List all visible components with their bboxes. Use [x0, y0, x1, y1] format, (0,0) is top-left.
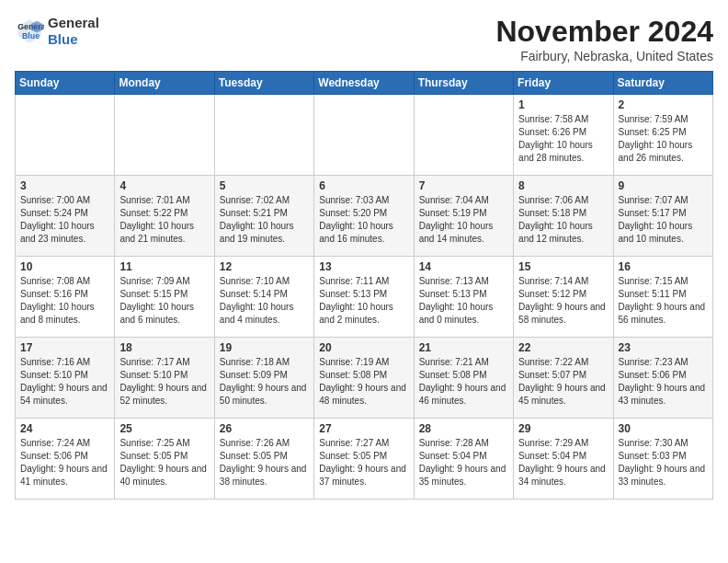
day-info: Sunrise: 7:04 AM Sunset: 5:19 PM Dayligh…: [419, 194, 508, 246]
day-info: Sunrise: 7:01 AM Sunset: 5:22 PM Dayligh…: [119, 194, 209, 246]
day-info: Sunrise: 7:58 AM Sunset: 6:26 PM Dayligh…: [518, 113, 608, 165]
calendar-cell: [314, 95, 414, 176]
day-number: 2: [619, 98, 708, 111]
title-area: November 2024 Fairbury, Nebraska, United…: [495, 15, 713, 63]
svg-text:Blue: Blue: [22, 31, 40, 40]
day-info: Sunrise: 7:24 AM Sunset: 5:06 PM Dayligh…: [20, 437, 109, 488]
day-info: Sunrise: 7:30 AM Sunset: 5:03 PM Dayligh…: [619, 437, 708, 488]
calendar-cell: 21Sunrise: 7:21 AM Sunset: 5:08 PM Dayli…: [414, 338, 513, 419]
day-number: 6: [319, 179, 408, 192]
day-number: 29: [518, 422, 608, 435]
calendar-cell: 15Sunrise: 7:14 AM Sunset: 5:12 PM Dayli…: [514, 257, 613, 338]
calendar-cell: 23Sunrise: 7:23 AM Sunset: 5:06 PM Dayli…: [613, 338, 712, 419]
day-info: Sunrise: 7:03 AM Sunset: 5:20 PM Dayligh…: [319, 194, 408, 246]
day-info: Sunrise: 7:25 AM Sunset: 5:05 PM Dayligh…: [119, 437, 209, 488]
day-info: Sunrise: 7:27 AM Sunset: 5:05 PM Dayligh…: [319, 437, 408, 488]
calendar-cell: 28Sunrise: 7:28 AM Sunset: 5:04 PM Dayli…: [414, 419, 513, 500]
day-number: 27: [319, 422, 408, 435]
day-number: 19: [220, 341, 309, 354]
calendar-cell: 9Sunrise: 7:07 AM Sunset: 5:17 PM Daylig…: [613, 176, 712, 257]
calendar-cell: [214, 95, 313, 176]
calendar-cell: 11Sunrise: 7:09 AM Sunset: 5:15 PM Dayli…: [115, 257, 214, 338]
weekday-header-thursday: Thursday: [414, 72, 513, 95]
calendar-cell: 17Sunrise: 7:16 AM Sunset: 5:10 PM Dayli…: [16, 338, 115, 419]
day-number: 9: [619, 179, 708, 192]
day-info: Sunrise: 7:19 AM Sunset: 5:08 PM Dayligh…: [319, 356, 408, 408]
day-number: 18: [119, 341, 209, 354]
calendar-cell: 13Sunrise: 7:11 AM Sunset: 5:13 PM Dayli…: [314, 257, 414, 338]
calendar-cell: 30Sunrise: 7:30 AM Sunset: 5:03 PM Dayli…: [613, 419, 712, 500]
day-info: Sunrise: 7:15 AM Sunset: 5:11 PM Dayligh…: [619, 275, 708, 327]
calendar-cell: 5Sunrise: 7:02 AM Sunset: 5:21 PM Daylig…: [214, 176, 313, 257]
day-number: 7: [419, 179, 508, 192]
calendar-header-row: SundayMondayTuesdayWednesdayThursdayFrid…: [16, 72, 713, 95]
calendar-cell: 20Sunrise: 7:19 AM Sunset: 5:08 PM Dayli…: [314, 338, 414, 419]
calendar-week-5: 24Sunrise: 7:24 AM Sunset: 5:06 PM Dayli…: [16, 419, 713, 500]
calendar-cell: 10Sunrise: 7:08 AM Sunset: 5:16 PM Dayli…: [16, 257, 115, 338]
day-info: Sunrise: 7:22 AM Sunset: 5:07 PM Dayligh…: [518, 356, 608, 408]
calendar-cell: 6Sunrise: 7:03 AM Sunset: 5:20 PM Daylig…: [314, 176, 414, 257]
day-number: 16: [619, 260, 708, 273]
weekday-header-monday: Monday: [115, 72, 214, 95]
logo-text-blue: Blue: [48, 31, 99, 48]
day-info: Sunrise: 7:09 AM Sunset: 5:15 PM Dayligh…: [119, 275, 209, 327]
day-number: 30: [619, 422, 708, 435]
day-info: Sunrise: 7:29 AM Sunset: 5:04 PM Dayligh…: [518, 437, 608, 488]
calendar-cell: 19Sunrise: 7:18 AM Sunset: 5:09 PM Dayli…: [214, 338, 313, 419]
month-title: November 2024: [495, 15, 713, 49]
day-info: Sunrise: 7:00 AM Sunset: 5:24 PM Dayligh…: [20, 194, 109, 246]
day-info: Sunrise: 7:14 AM Sunset: 5:12 PM Dayligh…: [518, 275, 608, 327]
calendar-cell: 25Sunrise: 7:25 AM Sunset: 5:05 PM Dayli…: [115, 419, 214, 500]
day-number: 23: [619, 341, 708, 354]
day-info: Sunrise: 7:17 AM Sunset: 5:10 PM Dayligh…: [119, 356, 209, 408]
day-number: 4: [119, 179, 209, 192]
calendar-week-2: 3Sunrise: 7:00 AM Sunset: 5:24 PM Daylig…: [16, 176, 713, 257]
day-number: 12: [220, 260, 309, 273]
calendar-cell: 16Sunrise: 7:15 AM Sunset: 5:11 PM Dayli…: [613, 257, 712, 338]
weekday-header-saturday: Saturday: [613, 72, 712, 95]
calendar-cell: 1Sunrise: 7:58 AM Sunset: 6:26 PM Daylig…: [514, 95, 613, 176]
calendar-cell: 7Sunrise: 7:04 AM Sunset: 5:19 PM Daylig…: [414, 176, 513, 257]
day-info: Sunrise: 7:16 AM Sunset: 5:10 PM Dayligh…: [20, 356, 109, 408]
logo-text-general: General: [48, 15, 99, 31]
calendar-cell: 26Sunrise: 7:26 AM Sunset: 5:05 PM Dayli…: [214, 419, 313, 500]
calendar-cell: 22Sunrise: 7:22 AM Sunset: 5:07 PM Dayli…: [514, 338, 613, 419]
logo-icon: General Blue: [15, 17, 44, 46]
day-number: 25: [119, 422, 209, 435]
header: General Blue General Blue November 2024 …: [15, 15, 713, 63]
calendar-cell: [115, 95, 214, 176]
day-number: 5: [220, 179, 309, 192]
day-number: 14: [419, 260, 508, 273]
calendar-cell: 3Sunrise: 7:00 AM Sunset: 5:24 PM Daylig…: [16, 176, 115, 257]
location-title: Fairbury, Nebraska, United States: [495, 49, 713, 63]
day-number: 24: [20, 422, 109, 435]
weekday-header-friday: Friday: [514, 72, 613, 95]
day-number: 22: [518, 341, 608, 354]
calendar-week-1: 1Sunrise: 7:58 AM Sunset: 6:26 PM Daylig…: [16, 95, 713, 176]
day-number: 15: [518, 260, 608, 273]
calendar-cell: [414, 95, 513, 176]
day-number: 8: [518, 179, 608, 192]
day-number: 20: [319, 341, 408, 354]
calendar-week-4: 17Sunrise: 7:16 AM Sunset: 5:10 PM Dayli…: [16, 338, 713, 419]
day-info: Sunrise: 7:02 AM Sunset: 5:21 PM Dayligh…: [220, 194, 309, 246]
calendar: SundayMondayTuesdayWednesdayThursdayFrid…: [15, 71, 713, 500]
day-info: Sunrise: 7:11 AM Sunset: 5:13 PM Dayligh…: [319, 275, 408, 327]
calendar-week-3: 10Sunrise: 7:08 AM Sunset: 5:16 PM Dayli…: [16, 257, 713, 338]
day-info: Sunrise: 7:26 AM Sunset: 5:05 PM Dayligh…: [220, 437, 309, 488]
calendar-cell: 24Sunrise: 7:24 AM Sunset: 5:06 PM Dayli…: [16, 419, 115, 500]
day-info: Sunrise: 7:18 AM Sunset: 5:09 PM Dayligh…: [220, 356, 309, 408]
day-info: Sunrise: 7:13 AM Sunset: 5:13 PM Dayligh…: [419, 275, 508, 327]
day-number: 17: [20, 341, 109, 354]
day-info: Sunrise: 7:07 AM Sunset: 5:17 PM Dayligh…: [619, 194, 708, 246]
day-number: 28: [419, 422, 508, 435]
day-info: Sunrise: 7:21 AM Sunset: 5:08 PM Dayligh…: [419, 356, 508, 408]
day-number: 3: [20, 179, 109, 192]
calendar-cell: 2Sunrise: 7:59 AM Sunset: 6:25 PM Daylig…: [613, 95, 712, 176]
calendar-cell: 27Sunrise: 7:27 AM Sunset: 5:05 PM Dayli…: [314, 419, 414, 500]
calendar-cell: 29Sunrise: 7:29 AM Sunset: 5:04 PM Dayli…: [514, 419, 613, 500]
day-info: Sunrise: 7:28 AM Sunset: 5:04 PM Dayligh…: [419, 437, 508, 488]
calendar-cell: [16, 95, 115, 176]
weekday-header-wednesday: Wednesday: [314, 72, 414, 95]
calendar-cell: 14Sunrise: 7:13 AM Sunset: 5:13 PM Dayli…: [414, 257, 513, 338]
